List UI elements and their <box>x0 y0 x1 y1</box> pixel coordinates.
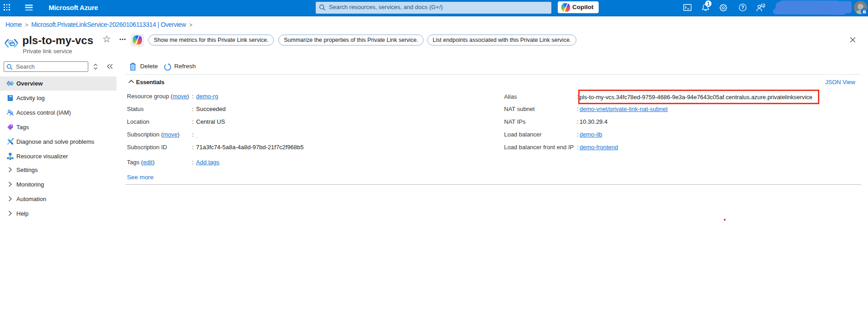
svg-text:?: ? <box>741 5 744 10</box>
